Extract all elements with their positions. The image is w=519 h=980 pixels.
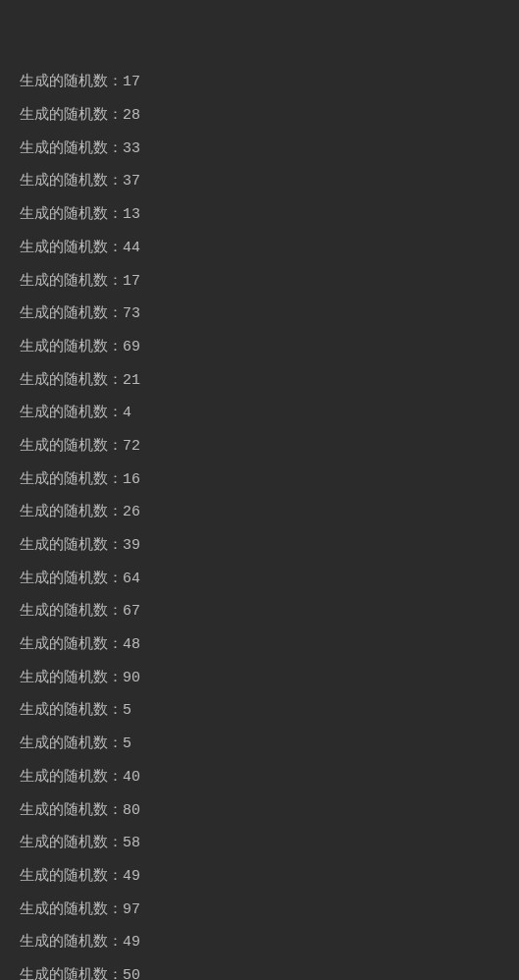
output-line: 生成的随机数：58 (20, 827, 519, 860)
output-line: 生成的随机数：21 (20, 364, 519, 398)
output-prefix: 生成的随机数： (20, 603, 123, 620)
output-prefix: 生成的随机数： (20, 537, 123, 554)
output-prefix: 生成的随机数： (20, 967, 123, 980)
output-prefix: 生成的随机数： (20, 670, 123, 686)
output-line: 生成的随机数：48 (20, 628, 519, 662)
output-prefix: 生成的随机数： (20, 273, 123, 290)
output-line: 生成的随机数：13 (20, 198, 519, 232)
output-line: 生成的随机数：69 (20, 331, 519, 364)
output-prefix: 生成的随机数： (20, 735, 123, 752)
output-line: 生成的随机数：49 (20, 860, 519, 894)
output-line: 生成的随机数：73 (20, 298, 519, 331)
output-prefix: 生成的随机数： (20, 240, 123, 256)
output-line: 生成的随机数：40 (20, 761, 519, 794)
output-value: 28 (123, 107, 140, 124)
output-value: 16 (123, 471, 140, 488)
output-value: 50 (123, 967, 140, 980)
output-value: 58 (123, 835, 140, 851)
output-line: 生成的随机数：97 (20, 894, 519, 927)
output-line: 生成的随机数：5 (20, 694, 519, 728)
output-prefix: 生成的随机数： (20, 339, 123, 355)
output-line: 生成的随机数：16 (20, 463, 519, 497)
output-value: 5 (123, 702, 131, 719)
output-line: 生成的随机数：5 (20, 728, 519, 761)
output-prefix: 生成的随机数： (20, 405, 123, 421)
output-value: 33 (123, 140, 140, 157)
output-line: 生成的随机数：44 (20, 232, 519, 265)
output-prefix: 生成的随机数： (20, 504, 123, 520)
output-value: 80 (123, 802, 140, 819)
output-value: 4 (123, 405, 131, 421)
output-prefix: 生成的随机数： (20, 438, 123, 455)
output-value: 48 (123, 636, 140, 653)
output-value: 40 (123, 769, 140, 786)
output-prefix: 生成的随机数： (20, 901, 123, 918)
output-value: 49 (123, 868, 140, 885)
output-value: 44 (123, 240, 140, 256)
output-line: 生成的随机数：67 (20, 595, 519, 628)
output-prefix: 生成的随机数： (20, 140, 123, 157)
output-line: 生成的随机数：33 (20, 133, 519, 166)
output-line: 生成的随机数：64 (20, 563, 519, 596)
output-line: 生成的随机数：4 (20, 397, 519, 430)
output-value: 64 (123, 571, 140, 587)
output-line: 生成的随机数：50 (20, 959, 519, 980)
output-value: 17 (123, 74, 140, 90)
output-prefix: 生成的随机数： (20, 835, 123, 851)
output-value: 13 (123, 206, 140, 223)
output-line: 生成的随机数：17 (20, 66, 519, 99)
output-value: 97 (123, 901, 140, 918)
output-value: 72 (123, 438, 140, 455)
output-line: 生成的随机数：80 (20, 794, 519, 828)
output-line: 生成的随机数：26 (20, 496, 519, 529)
output-value: 39 (123, 537, 140, 554)
output-prefix: 生成的随机数： (20, 173, 123, 190)
output-prefix: 生成的随机数： (20, 702, 123, 719)
output-prefix: 生成的随机数： (20, 868, 123, 885)
output-value: 21 (123, 372, 140, 389)
output-prefix: 生成的随机数： (20, 934, 123, 951)
console-output[interactable]: 生成的随机数：17生成的随机数：28生成的随机数：33生成的随机数：37生成的随… (20, 0, 519, 980)
output-prefix: 生成的随机数： (20, 206, 123, 223)
output-prefix: 生成的随机数： (20, 636, 123, 653)
output-prefix: 生成的随机数： (20, 802, 123, 819)
output-line: 生成的随机数：28 (20, 99, 519, 133)
output-line: 生成的随机数：39 (20, 529, 519, 563)
output-value: 90 (123, 670, 140, 686)
output-prefix: 生成的随机数： (20, 372, 123, 389)
output-prefix: 生成的随机数： (20, 769, 123, 786)
output-value: 67 (123, 603, 140, 620)
output-value: 49 (123, 934, 140, 951)
output-prefix: 生成的随机数： (20, 107, 123, 124)
output-line: 生成的随机数：90 (20, 662, 519, 695)
output-prefix: 生成的随机数： (20, 471, 123, 488)
output-value: 37 (123, 173, 140, 190)
output-line: 生成的随机数：72 (20, 430, 519, 463)
output-line: 生成的随机数：49 (20, 926, 519, 959)
output-value: 69 (123, 339, 140, 355)
output-line: 生成的随机数：17 (20, 265, 519, 299)
output-prefix: 生成的随机数： (20, 305, 123, 322)
output-line: 生成的随机数：37 (20, 165, 519, 198)
output-prefix: 生成的随机数： (20, 74, 123, 90)
output-prefix: 生成的随机数： (20, 571, 123, 587)
output-value: 5 (123, 735, 131, 752)
output-value: 17 (123, 273, 140, 290)
output-value: 73 (123, 305, 140, 322)
output-value: 26 (123, 504, 140, 520)
